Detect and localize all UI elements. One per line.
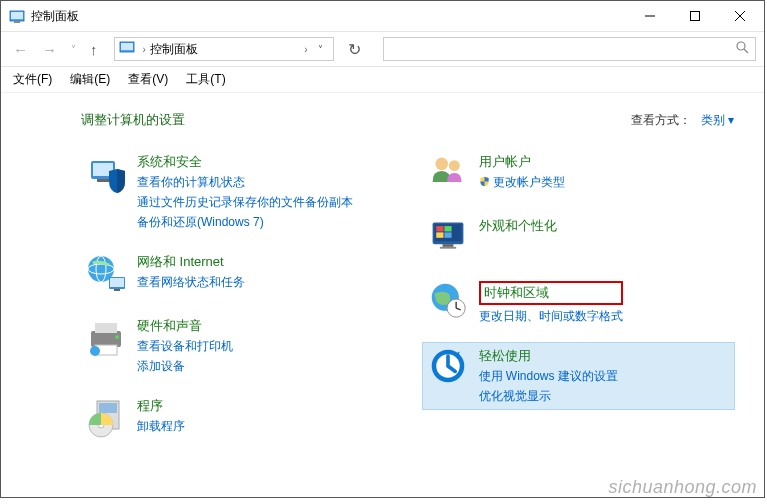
category-ease-of-access[interactable]: 轻松使用 使用 Windows 建议的设置 优化视觉显示 bbox=[423, 343, 735, 409]
svg-rect-1 bbox=[11, 12, 23, 19]
svg-rect-19 bbox=[114, 289, 120, 291]
category-user-accounts[interactable]: 用户帐户 更改帐户类型 bbox=[423, 149, 735, 199]
view-by-label: 查看方式： bbox=[631, 113, 691, 127]
svg-rect-18 bbox=[110, 278, 124, 287]
category-programs[interactable]: 程序 卸载程序 bbox=[81, 393, 393, 443]
menu-file[interactable]: 文件(F) bbox=[13, 71, 52, 88]
svg-rect-34 bbox=[444, 226, 451, 231]
up-button[interactable]: ↑ bbox=[86, 39, 102, 60]
category-link[interactable]: 查看网络状态和任务 bbox=[137, 273, 245, 291]
category-title[interactable]: 外观和个性化 bbox=[479, 217, 557, 235]
people-icon bbox=[427, 153, 469, 195]
svg-point-30 bbox=[448, 160, 459, 171]
breadcrumb-icon bbox=[119, 39, 135, 59]
forward-button[interactable]: → bbox=[38, 39, 61, 60]
menu-tools[interactable]: 工具(T) bbox=[186, 71, 225, 88]
category-title[interactable]: 轻松使用 bbox=[479, 347, 618, 365]
breadcrumb-bar[interactable]: › 控制面板 › ˅ bbox=[114, 37, 334, 61]
category-system-security[interactable]: 系统和安全 查看你的计算机状态 通过文件历史记录保存你的文件备份副本 备份和还原… bbox=[81, 149, 393, 235]
svg-rect-36 bbox=[444, 232, 451, 237]
category-link[interactable]: 使用 Windows 建议的设置 bbox=[479, 367, 618, 385]
svg-rect-26 bbox=[99, 403, 117, 413]
shield-pc-icon bbox=[85, 153, 127, 195]
svg-rect-35 bbox=[436, 232, 443, 237]
category-link[interactable]: 备份和还原(Windows 7) bbox=[137, 213, 353, 231]
minimize-button[interactable] bbox=[627, 1, 672, 31]
svg-point-23 bbox=[115, 335, 119, 339]
back-button[interactable]: ← bbox=[9, 39, 32, 60]
category-title[interactable]: 用户帐户 bbox=[479, 153, 565, 171]
svg-rect-33 bbox=[436, 226, 443, 231]
search-icon[interactable] bbox=[736, 40, 749, 58]
view-by: 查看方式： 类别 ▾ bbox=[631, 112, 734, 129]
svg-point-24 bbox=[90, 346, 100, 356]
category-link[interactable]: 更改帐户类型 bbox=[479, 173, 565, 191]
category-link[interactable]: 更改日期、时间或数字格式 bbox=[479, 307, 623, 325]
svg-rect-38 bbox=[439, 247, 455, 249]
monitor-personalize-icon bbox=[427, 217, 469, 259]
svg-rect-4 bbox=[690, 12, 699, 21]
refresh-button[interactable]: ↻ bbox=[338, 40, 371, 59]
maximize-button[interactable] bbox=[672, 1, 717, 31]
svg-rect-2 bbox=[14, 21, 20, 23]
page-heading: 调整计算机的设置 bbox=[81, 111, 185, 129]
category-title-highlighted[interactable]: 时钟和区域 bbox=[479, 281, 623, 305]
category-link[interactable]: 查看设备和打印机 bbox=[137, 337, 233, 355]
category-title[interactable]: 硬件和声音 bbox=[137, 317, 233, 335]
svg-rect-37 bbox=[442, 244, 453, 247]
category-appearance[interactable]: 外观和个性化 bbox=[423, 213, 735, 263]
control-panel-icon bbox=[9, 8, 25, 24]
breadcrumb-root[interactable]: 控制面板 bbox=[150, 41, 300, 58]
menu-bar: 文件(F) 编辑(E) 查看(V) 工具(T) bbox=[1, 67, 764, 93]
menu-view[interactable]: 查看(V) bbox=[128, 71, 168, 88]
svg-point-29 bbox=[435, 158, 448, 171]
svg-rect-13 bbox=[97, 179, 109, 182]
titlebar: 控制面板 bbox=[1, 1, 764, 31]
breadcrumb-dropdown[interactable]: ˅ bbox=[312, 44, 329, 55]
globe-clock-icon bbox=[427, 281, 469, 323]
chevron-right-icon: › bbox=[304, 44, 307, 55]
ease-of-access-icon bbox=[427, 347, 469, 389]
category-title[interactable]: 系统和安全 bbox=[137, 153, 353, 171]
category-clock-region[interactable]: 时钟和区域 更改日期、时间或数字格式 bbox=[423, 277, 735, 329]
disc-box-icon bbox=[85, 397, 127, 439]
navigation-bar: ← → ˅ ↑ › 控制面板 › ˅ ↻ bbox=[1, 31, 764, 67]
category-title[interactable]: 网络和 Internet bbox=[137, 253, 245, 271]
category-link[interactable]: 添加设备 bbox=[137, 357, 233, 375]
category-link[interactable]: 通过文件历史记录保存你的文件备份副本 bbox=[137, 193, 353, 211]
svg-line-10 bbox=[744, 49, 748, 53]
category-network[interactable]: 网络和 Internet 查看网络状态和任务 bbox=[81, 249, 393, 299]
view-by-value[interactable]: 类别 ▾ bbox=[701, 113, 734, 127]
svg-point-9 bbox=[737, 42, 745, 50]
search-input[interactable] bbox=[390, 42, 737, 56]
svg-rect-21 bbox=[95, 323, 117, 333]
recent-dropdown[interactable]: ˅ bbox=[67, 42, 80, 57]
menu-edit[interactable]: 编辑(E) bbox=[70, 71, 110, 88]
close-button[interactable] bbox=[717, 1, 762, 31]
category-hardware-sound[interactable]: 硬件和声音 查看设备和打印机 添加设备 bbox=[81, 313, 393, 379]
search-box[interactable] bbox=[383, 37, 757, 61]
chevron-right-icon: › bbox=[143, 44, 146, 55]
category-title[interactable]: 程序 bbox=[137, 397, 185, 415]
globe-network-icon bbox=[85, 253, 127, 295]
category-link[interactable]: 卸载程序 bbox=[137, 417, 185, 435]
category-link[interactable]: 查看你的计算机状态 bbox=[137, 173, 353, 191]
printer-icon bbox=[85, 317, 127, 359]
watermark: sichuanhong.com bbox=[608, 477, 757, 498]
uac-shield-icon bbox=[479, 176, 490, 187]
svg-rect-8 bbox=[121, 43, 133, 50]
category-link[interactable]: 优化视觉显示 bbox=[479, 387, 618, 405]
window-title: 控制面板 bbox=[31, 8, 627, 25]
